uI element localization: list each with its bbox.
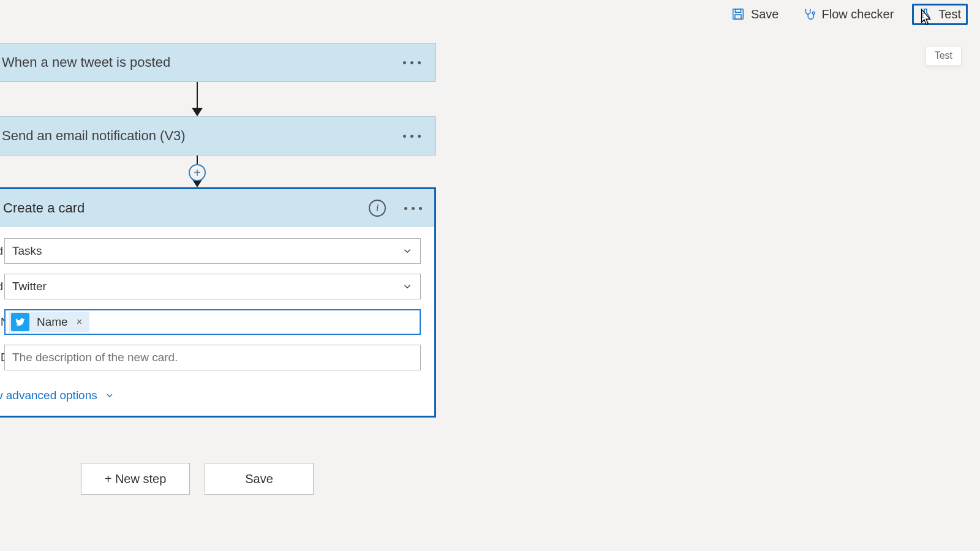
flow-designer: When a new tweet is posted Send an email… xyxy=(0,43,478,418)
card-description-placeholder: The description of the new card. xyxy=(12,351,178,364)
action-create-card-more-menu[interactable] xyxy=(401,203,426,214)
card-description-input[interactable]: The description of the new card. xyxy=(4,345,421,370)
save-icon xyxy=(731,7,745,21)
save-button[interactable]: Save xyxy=(726,6,784,23)
card-name-label: Card Name xyxy=(0,316,4,329)
trigger-more-menu[interactable] xyxy=(399,58,424,68)
action-email-title: Send an email notification (V3) xyxy=(2,128,186,144)
trigger-title: When a new tweet is posted xyxy=(2,54,170,70)
beaker-icon xyxy=(919,7,932,21)
action-create-card: Create a card i Board Id Tasks List Id T… xyxy=(0,187,436,418)
chevron-down-icon xyxy=(402,246,413,257)
stethoscope-icon xyxy=(802,7,816,21)
twitter-icon xyxy=(11,313,29,331)
trigger-card[interactable]: When a new tweet is posted xyxy=(0,43,436,82)
board-id-label: Board Id xyxy=(0,245,4,258)
token-label: Name xyxy=(37,315,68,329)
list-id-label: List Id xyxy=(0,280,4,293)
save-label: Save xyxy=(751,7,779,21)
card-description-label: Card Description xyxy=(0,351,4,364)
advanced-options-label: Show advanced options xyxy=(0,389,97,402)
test-label: Test xyxy=(938,7,961,21)
flow-checker-button[interactable]: Flow checker xyxy=(797,6,899,23)
new-step-button[interactable]: + New step xyxy=(81,463,190,495)
list-id-value: Twitter xyxy=(12,280,47,293)
action-form: Board Id Tasks List Id Twitter Card Name xyxy=(0,227,434,416)
svg-rect-2 xyxy=(735,15,741,19)
dynamic-token-name[interactable]: Name × xyxy=(9,312,89,332)
save-flow-button[interactable]: Save xyxy=(205,463,314,495)
top-toolbar: Save Flow checker Test xyxy=(0,0,980,28)
chevron-down-icon xyxy=(105,391,115,400)
insert-step-button[interactable]: + xyxy=(189,164,206,181)
action-email-more-menu[interactable] xyxy=(399,131,424,141)
flow-checker-label: Flow checker xyxy=(822,7,894,21)
connector-arrow xyxy=(0,82,436,116)
card-name-input[interactable]: Name × xyxy=(4,309,421,335)
svg-rect-1 xyxy=(735,9,741,13)
board-id-value: Tasks xyxy=(12,244,42,258)
board-id-select[interactable]: Tasks xyxy=(4,238,421,264)
svg-point-3 xyxy=(812,12,815,14)
test-tooltip: Test xyxy=(925,46,962,66)
test-button[interactable]: Test xyxy=(912,4,968,25)
footer-actions: + New step Save xyxy=(0,463,436,495)
list-id-select[interactable]: Twitter xyxy=(4,274,421,299)
chevron-down-icon xyxy=(402,281,413,292)
advanced-options-toggle[interactable]: Show advanced options xyxy=(0,380,421,413)
svg-rect-0 xyxy=(733,9,744,20)
action-create-card-header[interactable]: Create a card i xyxy=(0,189,434,227)
connector-arrow-plus: + xyxy=(0,156,436,187)
action-create-card-title: Create a card xyxy=(3,200,85,216)
info-icon[interactable]: i xyxy=(369,200,386,217)
action-email-card[interactable]: Send an email notification (V3) xyxy=(0,116,436,156)
remove-token-button[interactable]: × xyxy=(75,317,83,328)
